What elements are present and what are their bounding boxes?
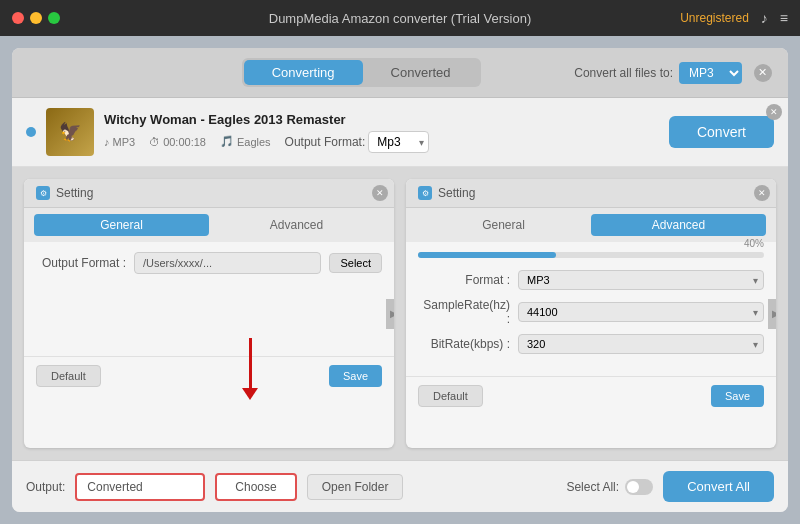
app-title: DumpMedia Amazon converter (Trial Versio… bbox=[269, 11, 532, 26]
select-all-row: Select All: bbox=[566, 479, 653, 495]
minimize-traffic-light[interactable] bbox=[30, 12, 42, 24]
toggle-knob bbox=[627, 481, 639, 493]
song-artist: 🎵 Eagles bbox=[220, 135, 271, 148]
samplerate-select-wrap: 44100 22050 11025 8000 bbox=[518, 302, 764, 322]
song-title: Witchy Woman - Eagles 2013 Remaster bbox=[104, 112, 659, 127]
song-thumbnail: 🦅 bbox=[46, 108, 94, 156]
tab-converted[interactable]: Converted bbox=[363, 60, 479, 85]
convert-all-files-row: Convert all files to: MP3 AAC FLAC ✕ bbox=[574, 62, 772, 84]
setting-tabs-left: General Advanced bbox=[24, 208, 394, 242]
progress-bar-fill bbox=[418, 252, 556, 258]
settings-area: ⚙ Setting General Advanced Output Format… bbox=[12, 167, 788, 460]
song-close-button[interactable]: ✕ bbox=[766, 104, 782, 120]
samplerate-select[interactable]: 44100 22050 11025 8000 bbox=[518, 302, 764, 322]
setting-icon-right: ⚙ bbox=[418, 186, 432, 200]
bitrate-select-wrap: 320 256 192 128 64 bbox=[518, 334, 764, 354]
format-row-right: Format : MP3 AAC FLAC WAV bbox=[418, 270, 764, 290]
setting-tab-general-left[interactable]: General bbox=[34, 214, 209, 236]
song-status-dot bbox=[26, 127, 36, 137]
bitrate-label: BitRate(kbps) : bbox=[418, 337, 518, 351]
samplerate-label: SampleRate(hz) : bbox=[418, 298, 518, 326]
open-folder-button[interactable]: Open Folder bbox=[307, 474, 404, 500]
output-path-field[interactable] bbox=[75, 473, 205, 501]
side-expand-right[interactable]: ▶ bbox=[768, 299, 776, 329]
samplerate-row: SampleRate(hz) : 44100 22050 11025 8000 bbox=[418, 298, 764, 326]
song-item: 🦅 Witchy Woman - Eagles 2013 Remaster ♪ … bbox=[12, 98, 788, 167]
panel-close-left[interactable]: ✕ bbox=[372, 185, 388, 201]
bitrate-select[interactable]: 320 256 192 128 64 bbox=[518, 334, 764, 354]
progress-label: 40% bbox=[744, 238, 764, 249]
output-format-label: Output Format: bbox=[285, 135, 366, 149]
top-bar: Converting Converted Convert all files t… bbox=[12, 48, 788, 98]
select-all-toggle[interactable] bbox=[625, 479, 653, 495]
side-expand-left[interactable]: ▶ bbox=[386, 299, 394, 329]
output-format-label-left: Output Format : bbox=[36, 256, 126, 270]
output-format-row: Output Format: Mp3 AAC FLAC bbox=[285, 131, 430, 153]
music-icon[interactable]: ♪ bbox=[761, 10, 768, 26]
output-format-select[interactable]: Mp3 AAC FLAC bbox=[368, 131, 429, 153]
output-path-input[interactable] bbox=[134, 252, 321, 274]
bitrate-row: BitRate(kbps) : 320 256 192 128 64 bbox=[418, 334, 764, 354]
save-button-right[interactable]: Save bbox=[711, 385, 764, 407]
song-meta: ♪ MP3 ⏱ 00:00:18 🎵 Eagles Output Format: bbox=[104, 131, 659, 153]
format-dropdown[interactable]: MP3 AAC FLAC bbox=[679, 62, 742, 84]
select-all-label: Select All: bbox=[566, 480, 619, 494]
setting-header-right: ⚙ Setting bbox=[406, 179, 776, 208]
song-format: ♪ MP3 bbox=[104, 136, 135, 148]
setting-tab-advanced-left[interactable]: Advanced bbox=[209, 214, 384, 236]
setting-tabs-right: General Advanced bbox=[406, 208, 776, 242]
bottom-bar: Output: Choose Open Folder Select All: C… bbox=[12, 460, 788, 512]
setting-tab-general-right[interactable]: General bbox=[416, 214, 591, 236]
tab-converting[interactable]: Converting bbox=[244, 60, 363, 85]
setting-body-left: Output Format : Select bbox=[24, 242, 394, 292]
menu-icon[interactable]: ≡ bbox=[780, 10, 788, 26]
traffic-lights bbox=[12, 12, 60, 24]
format-select-wrap: MP3 AAC FLAC WAV bbox=[518, 270, 764, 290]
save-button-left[interactable]: Save bbox=[329, 365, 382, 387]
setting-footer-left: Default Save bbox=[24, 356, 394, 395]
song-info: Witchy Woman - Eagles 2013 Remaster ♪ MP… bbox=[104, 112, 659, 153]
setting-footer-right: Default Save bbox=[406, 376, 776, 415]
format-label-right: Format : bbox=[418, 273, 518, 287]
setting-icon-left: ⚙ bbox=[36, 186, 50, 200]
setting-panel-right: ⚙ Setting General Advanced 40% Format : bbox=[406, 179, 776, 448]
setting-label-right: Setting bbox=[438, 186, 475, 200]
setting-header-left: ⚙ Setting bbox=[24, 179, 394, 208]
song-duration: ⏱ 00:00:18 bbox=[149, 136, 206, 148]
output-format-select-wrap: Mp3 AAC FLAC bbox=[368, 131, 429, 153]
artist-icon: 🎵 bbox=[220, 135, 234, 148]
convert-all-button[interactable]: Convert All bbox=[663, 471, 774, 502]
close-traffic-light[interactable] bbox=[12, 12, 24, 24]
progress-bar-wrap: 40% bbox=[418, 252, 764, 258]
format-select[interactable]: MP3 AAC FLAC WAV bbox=[518, 270, 764, 290]
setting-body-right: 40% Format : MP3 AAC FLAC WAV bbox=[406, 242, 776, 372]
app-panel: Converting Converted Convert all files t… bbox=[12, 48, 788, 512]
default-button-right[interactable]: Default bbox=[418, 385, 483, 407]
tabs-container: Converting Converted bbox=[242, 58, 481, 87]
default-button-left[interactable]: Default bbox=[36, 365, 101, 387]
clock-icon: ⏱ bbox=[149, 136, 160, 148]
convert-all-label: Convert all files to: bbox=[574, 66, 673, 80]
output-format-row-left: Output Format : Select bbox=[36, 252, 382, 274]
setting-label-left: Setting bbox=[56, 186, 93, 200]
close-top-bar-button[interactable]: ✕ bbox=[754, 64, 772, 82]
fullscreen-traffic-light[interactable] bbox=[48, 12, 60, 24]
choose-button[interactable]: Choose bbox=[215, 473, 296, 501]
setting-panel-left: ⚙ Setting General Advanced Output Format… bbox=[24, 179, 394, 448]
main-area: Converting Converted Convert all files t… bbox=[0, 36, 800, 524]
titlebar-right: Unregistered ♪ ≡ bbox=[680, 10, 788, 26]
convert-button[interactable]: Convert bbox=[669, 116, 774, 148]
select-path-button[interactable]: Select bbox=[329, 253, 382, 273]
setting-tab-advanced-right[interactable]: Advanced bbox=[591, 214, 766, 236]
titlebar: DumpMedia Amazon converter (Trial Versio… bbox=[0, 0, 800, 36]
panel-close-right[interactable]: ✕ bbox=[754, 185, 770, 201]
music-note-icon: ♪ bbox=[104, 136, 110, 148]
unregistered-link[interactable]: Unregistered bbox=[680, 11, 749, 25]
output-label: Output: bbox=[26, 480, 65, 494]
